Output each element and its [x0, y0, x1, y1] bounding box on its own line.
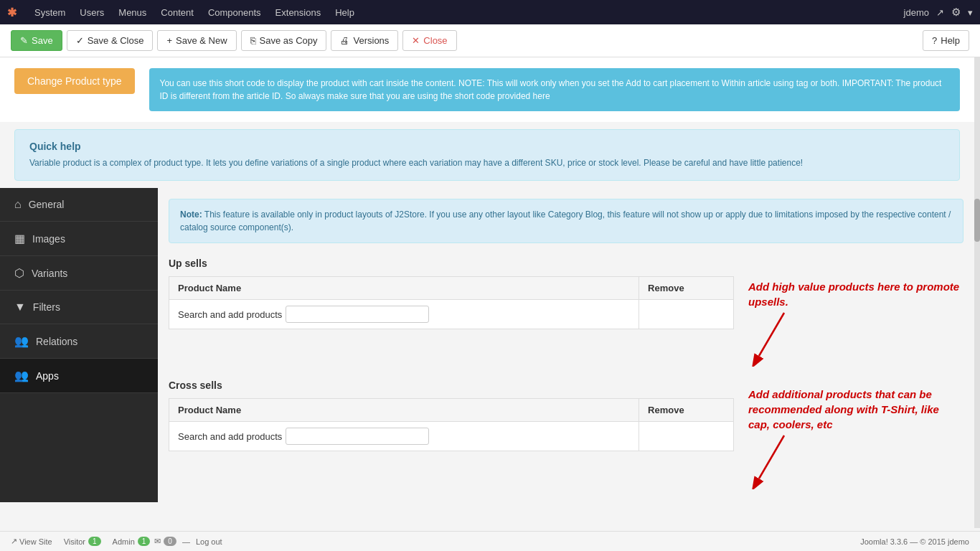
crosssells-annotation-text: Add additional products that can be reco… [748, 387, 963, 432]
svg-line-1 [759, 313, 784, 356]
main-panel: Note: This feature is available only in … [158, 188, 974, 502]
info-box: You can use this short code to display t… [149, 68, 960, 111]
upsells-search-row: Search and add products [169, 300, 734, 329]
images-icon: ▦ [14, 232, 25, 245]
sidebar-item-images[interactable]: ▦ Images [0, 222, 158, 256]
versions-button[interactable]: 🖨 Versions [331, 30, 398, 51]
crosssells-search-label: Search and add products [178, 431, 282, 442]
upsells-section: Up sells Product Name Remove [169, 258, 734, 369]
content-area: Change Product type You can use this sho… [0, 57, 974, 528]
close-button[interactable]: ✕ Close [402, 30, 456, 51]
vertical-scrollbar[interactable] [974, 57, 980, 528]
quick-help-section: Quick help Variable product is a complex… [14, 129, 960, 181]
crosssells-arrow [748, 432, 806, 489]
nav-system[interactable]: System [27, 0, 72, 24]
crosssells-section: Cross sells Product Name Remove [169, 380, 734, 491]
upsells-col-product: Product Name [169, 277, 639, 300]
nav-users[interactable]: Users [72, 0, 111, 24]
top-nav-right: jdemo ↗ ⚙ ▾ [904, 6, 973, 19]
crosssells-table: Product Name Remove Search and add produ… [169, 398, 734, 451]
quick-help-text: Variable product is a complex of product… [29, 156, 945, 169]
help-button[interactable]: ? Help [923, 30, 969, 51]
top-section: Change Product type You can use this sho… [0, 57, 974, 122]
crosssells-col-product: Product Name [169, 399, 639, 422]
nav-menus[interactable]: Menus [111, 0, 154, 24]
upsells-table: Product Name Remove Search and add produ… [169, 276, 734, 329]
close-icon: ✕ [412, 35, 420, 46]
help-icon: ? [932, 35, 937, 46]
upsells-search-label: Search and add products [178, 309, 282, 320]
sidebar-label-apps: Apps [36, 370, 59, 382]
crosssells-search-row: Search and add products [169, 422, 734, 451]
copy-icon: ⎘ [250, 35, 256, 46]
dropdown-arrow-icon[interactable]: ▾ [968, 7, 973, 18]
home-icon: ⌂ [14, 198, 22, 211]
nav-content[interactable]: Content [154, 0, 201, 24]
sidebar-item-filters[interactable]: ▼ Filters [0, 291, 158, 324]
top-navigation: ✱ System Users Menus Content Components … [0, 0, 980, 24]
variants-icon: ⬡ [14, 266, 24, 280]
sidebar-label-general: General [29, 199, 65, 210]
upsells-annotation-text: Add high value products here to promote … [748, 279, 963, 309]
upsells-search-cell: Search and add products [169, 300, 639, 329]
crosssells-col-remove: Remove [639, 399, 734, 422]
upsells-search-input[interactable] [286, 306, 429, 323]
apps-icon: 👥 [14, 369, 29, 382]
upsells-title: Up sells [169, 258, 734, 269]
joomla-logo: ✱ [7, 6, 17, 19]
note-text: This feature is available only in produc… [180, 209, 951, 232]
note-box: Note: This feature is available only in … [169, 199, 963, 243]
nav-components[interactable]: Components [201, 0, 268, 24]
gear-icon[interactable]: ⚙ [951, 6, 961, 19]
upsells-annotation: Add high value products here to promote … [748, 258, 963, 369]
main-container: Change Product type You can use this sho… [0, 57, 980, 528]
sidebar-label-filters: Filters [33, 301, 60, 313]
save-button[interactable]: ✎ Save [11, 30, 62, 51]
sidebar-label-relations: Relations [36, 336, 77, 347]
crosssells-search-input[interactable] [286, 428, 429, 445]
panel-container: ⌂ General ▦ Images ⬡ Variants ▼ Filters … [0, 188, 974, 502]
toolbar: ✎ Save ✓ Save & Close + Save & New ⎘ Sav… [0, 24, 980, 57]
quick-help-title: Quick help [29, 141, 945, 152]
upsells-container: Up sells Product Name Remove [169, 258, 963, 369]
save-close-button[interactable]: ✓ Save & Close [67, 30, 154, 51]
sidebar-item-variants[interactable]: ⬡ Variants [0, 256, 158, 291]
save-copy-button[interactable]: ⎘ Save as Copy [241, 30, 327, 51]
svg-line-3 [759, 435, 784, 479]
crosssells-container: Cross sells Product Name Remove [169, 380, 963, 491]
sidebar-item-general[interactable]: ⌂ General [0, 188, 158, 222]
relations-icon: 👥 [14, 334, 29, 348]
user-link[interactable]: jdemo [904, 7, 929, 18]
check-icon: ✓ [76, 35, 84, 46]
upsells-arrow [748, 309, 806, 367]
nav-extensions[interactable]: Extensions [268, 0, 329, 24]
sidebar-label-images: Images [32, 233, 65, 245]
external-link-icon: ↗ [936, 7, 944, 18]
save-new-button[interactable]: + Save & New [157, 30, 236, 51]
sidebar-item-relations[interactable]: 👥 Relations [0, 324, 158, 359]
note-prefix: Note: [180, 209, 202, 220]
crosssells-remove-cell [639, 422, 734, 451]
upsells-remove-cell [639, 300, 734, 329]
sidebar-item-apps[interactable]: 👥 Apps [0, 359, 158, 393]
crosssells-annotation: Add additional products that can be reco… [748, 380, 963, 491]
upsells-col-remove: Remove [639, 277, 734, 300]
sidebar: ⌂ General ▦ Images ⬡ Variants ▼ Filters … [0, 188, 158, 502]
nav-help[interactable]: Help [328, 0, 362, 24]
sidebar-label-variants: Variants [32, 268, 67, 279]
plus-icon: + [166, 35, 172, 46]
crosssells-title: Cross sells [169, 380, 734, 391]
crosssells-search-cell: Search and add products [169, 422, 639, 451]
change-product-type-button[interactable]: Change Product type [14, 68, 135, 94]
save-icon: ✎ [20, 35, 28, 46]
scrollbar-thumb [974, 199, 980, 242]
filters-icon: ▼ [14, 301, 26, 314]
versions-icon: 🖨 [340, 35, 349, 46]
